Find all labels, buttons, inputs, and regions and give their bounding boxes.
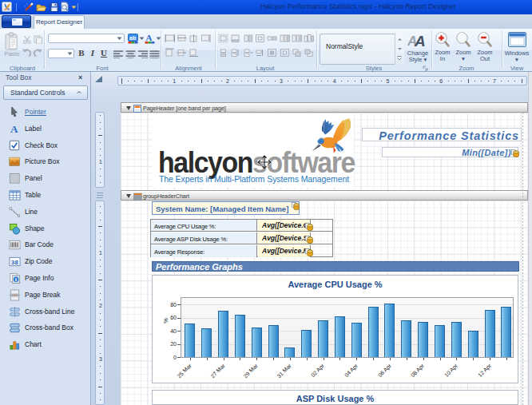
svg-text:38: 38 <box>10 259 18 266</box>
svg-text:A: A <box>10 123 18 135</box>
svg-text:A: A <box>146 33 153 42</box>
svg-text:i: i <box>15 276 17 283</box>
svg-text:A: A <box>414 33 426 48</box>
svg-text:ab: ab <box>129 35 136 41</box>
